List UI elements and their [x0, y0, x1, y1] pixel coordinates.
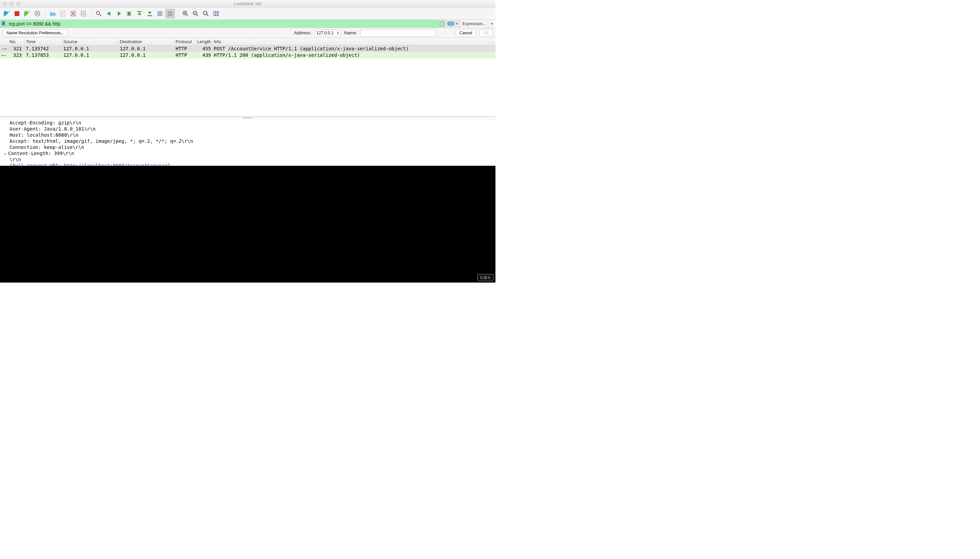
- cropped-region: 亿速云: [0, 166, 496, 283]
- svg-point-2: [36, 13, 38, 15]
- svg-rect-10: [81, 11, 86, 16]
- detail-line[interactable]: User-Agent: Java/1.8.0_181\r\n: [10, 126, 496, 132]
- detail-link-line[interactable]: [Full request URI: http://localhost:8080…: [10, 162, 496, 166]
- packet-list: No. Time Source Destination Protocol Len…: [0, 38, 496, 117]
- minimize-window-button[interactable]: [10, 2, 13, 6]
- last-packet-icon[interactable]: [145, 9, 154, 18]
- name-input[interactable]: [360, 29, 435, 37]
- packet-direction-icon: [0, 52, 8, 58]
- name-resolution-bar: Name Resolution Preferences... Address: …: [0, 28, 496, 38]
- svg-rect-13: [127, 12, 131, 12]
- cell-destination: 127.0.0.1: [118, 52, 174, 58]
- clear-filter-icon[interactable]: [438, 20, 445, 28]
- svg-rect-19: [158, 13, 163, 13]
- cell-time: 7.135742: [25, 46, 62, 52]
- window-title: Loopback: lo0: [0, 1, 496, 6]
- cell-destination: 127.0.0.1: [118, 46, 174, 52]
- svg-rect-24: [168, 13, 173, 15]
- resize-columns-icon[interactable]: [211, 9, 221, 18]
- stop-capture-icon[interactable]: [12, 9, 22, 18]
- table-row[interactable]: 3237.137853127.0.0.1127.0.0.1HTTP439HTTP…: [0, 52, 496, 58]
- zoom-window-button[interactable]: [17, 2, 20, 6]
- address-value: 127.0.0.1: [317, 31, 333, 35]
- find-packet-icon[interactable]: [94, 9, 103, 18]
- watermark: 亿速云: [478, 274, 493, 281]
- expression-button[interactable]: Expression...: [460, 20, 488, 28]
- detail-line[interactable]: Accept-Encoding: gzip\r\n: [10, 120, 496, 126]
- cell-protocol: HTTP: [174, 52, 196, 58]
- zoom-out-icon[interactable]: [191, 9, 201, 18]
- go-forward-icon[interactable]: [114, 9, 124, 18]
- zoom-in-icon[interactable]: [181, 9, 190, 18]
- window-controls: [0, 2, 20, 6]
- toolbar-separator: [91, 10, 91, 18]
- svg-rect-3: [61, 11, 65, 16]
- cell-no: 323: [8, 52, 25, 58]
- ok-button[interactable]: OK: [479, 29, 493, 37]
- toolbar-separator: [45, 10, 45, 18]
- detail-line[interactable]: Connection: keep-alive\r\n: [10, 144, 496, 150]
- cell-source: 127.0.0.1: [62, 46, 118, 52]
- save-file-icon[interactable]: [58, 9, 68, 18]
- name-resolution-prefs-button[interactable]: Name Resolution Preferences...: [3, 29, 68, 37]
- column-source[interactable]: Source: [62, 38, 118, 45]
- column-destination[interactable]: Destination: [118, 38, 174, 45]
- filter-bookmark-icon[interactable]: [0, 20, 7, 28]
- title-bar: Loopback: lo0: [0, 0, 496, 7]
- auto-scroll-icon[interactable]: [155, 9, 165, 18]
- column-info[interactable]: Info: [212, 38, 496, 45]
- cell-protocol: HTTP: [174, 46, 196, 52]
- pane-splitter[interactable]: [0, 117, 496, 119]
- go-back-icon[interactable]: [104, 9, 114, 18]
- colorize-packets-icon[interactable]: [165, 9, 175, 18]
- close-file-icon[interactable]: [68, 9, 78, 18]
- cancel-button[interactable]: Cancel: [456, 29, 476, 37]
- svg-rect-22: [168, 11, 173, 12]
- zoom-reset-icon[interactable]: 1:1: [201, 9, 211, 18]
- packet-details-pane[interactable]: Accept-Encoding: gzip\r\n User-Agent: Ja…: [0, 119, 496, 166]
- start-capture-icon[interactable]: [2, 9, 12, 18]
- display-filter-input[interactable]: [7, 20, 438, 28]
- detail-line[interactable]: Host: localhost:8080\r\n: [10, 132, 496, 138]
- column-no[interactable]: No.: [8, 38, 25, 45]
- cell-length: 439: [196, 52, 212, 58]
- cell-source: 127.0.0.1: [62, 52, 118, 58]
- svg-line-34: [207, 14, 209, 16]
- jump-to-packet-icon[interactable]: [124, 9, 134, 18]
- packet-direction-icon: [0, 46, 8, 52]
- svg-line-27: [186, 14, 188, 16]
- packet-list-header[interactable]: No. Time Source Destination Protocol Len…: [0, 38, 496, 46]
- svg-rect-21: [158, 15, 163, 16]
- column-time[interactable]: Time: [25, 38, 62, 45]
- close-window-button[interactable]: [3, 2, 7, 6]
- table-row[interactable]: 3217.135742127.0.0.1127.0.0.1HTTP455POST…: [0, 46, 496, 52]
- svg-rect-23: [168, 13, 173, 13]
- svg-rect-37: [216, 11, 217, 16]
- detail-line[interactable]: \r\n: [10, 156, 496, 162]
- name-label: Name:: [344, 30, 357, 35]
- packet-list-body[interactable]: 3217.135742127.0.0.1127.0.0.1HTTP455POST…: [0, 46, 496, 58]
- svg-rect-20: [158, 13, 163, 14]
- reload-file-icon[interactable]: [79, 9, 88, 18]
- svg-rect-14: [127, 13, 129, 14]
- open-file-icon[interactable]: [48, 9, 58, 18]
- first-packet-icon[interactable]: [135, 9, 144, 18]
- detail-line[interactable]: Accept: text/html, image/gif, image/jpeg…: [10, 138, 496, 144]
- apply-filter-dropdown[interactable]: →▼: [445, 20, 460, 28]
- capture-options-icon[interactable]: [33, 9, 42, 18]
- cell-info: POST /AccountService HTTP/1.1 (applicati…: [212, 46, 496, 52]
- column-protocol[interactable]: Protocol: [174, 38, 196, 45]
- toolbar-separator: [177, 10, 178, 18]
- column-length[interactable]: Length: [196, 38, 212, 45]
- svg-line-12: [99, 14, 101, 16]
- svg-rect-25: [168, 15, 173, 16]
- svg-rect-38: [217, 11, 219, 16]
- add-filter-button[interactable]: +: [488, 20, 496, 28]
- display-filter-bar: →▼ Expression... +: [0, 20, 496, 28]
- cell-no: 321: [8, 46, 25, 52]
- detail-expandable-line[interactable]: ▸Content-Length: 399\r\n: [4, 150, 496, 156]
- restart-capture-icon[interactable]: [22, 9, 32, 18]
- address-select[interactable]: 127.0.0.1 ▴▾: [315, 29, 341, 37]
- svg-rect-16: [138, 11, 142, 12]
- cell-info: HTTP/1.1 200 (application/x-java-seriali…: [212, 52, 496, 58]
